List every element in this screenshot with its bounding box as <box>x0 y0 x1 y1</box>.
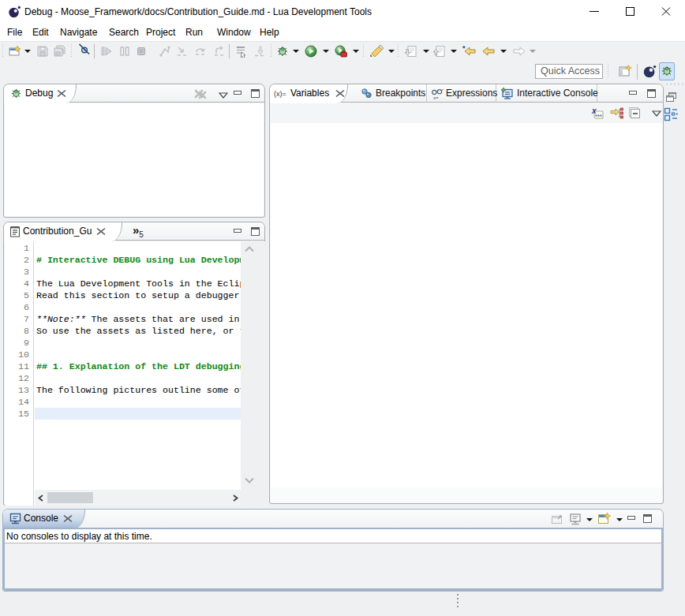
svg-text:x=: x= <box>433 95 439 100</box>
svg-text:(x)=: (x)= <box>274 90 286 98</box>
svg-text:x: x <box>591 106 597 115</box>
svg-text:*: * <box>462 45 466 52</box>
